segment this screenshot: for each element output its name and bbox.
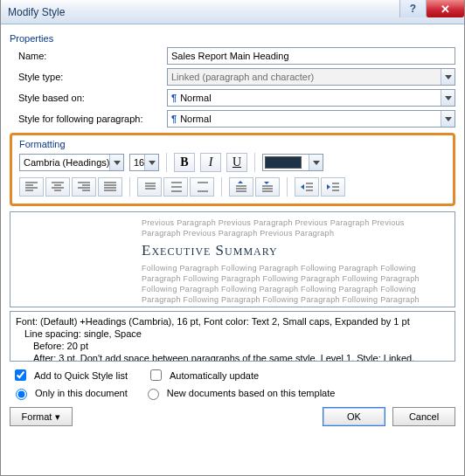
para-space-icon (260, 181, 274, 193)
help-icon: ? (410, 3, 416, 15)
align-center-icon (51, 182, 65, 192)
para-spacing-group (229, 177, 280, 197)
chevron-down-icon (149, 161, 156, 165)
only-this-document-label: Only in this document (35, 388, 128, 398)
line-spacing-icon (169, 182, 183, 192)
line-spacing-icon (142, 182, 156, 192)
align-justify-icon (103, 182, 117, 192)
following-value: ¶Normal (167, 110, 455, 128)
font-color-dropdown[interactable] (309, 155, 323, 170)
bottom-options: Add to Quick Style list Automatically up… (11, 367, 455, 400)
name-input[interactable] (167, 47, 455, 65)
align-center-button[interactable] (45, 177, 70, 197)
line-spacing-1-button[interactable] (137, 177, 162, 197)
color-swatch-icon (265, 156, 302, 169)
separator (254, 153, 255, 172)
add-quick-style-checkbox[interactable] (15, 369, 26, 381)
chevron-down-icon (445, 117, 452, 121)
format-menu-button[interactable]: Format▾ (10, 407, 73, 426)
ok-button[interactable]: OK (323, 407, 385, 426)
add-quick-style-label: Add to Quick Style list (34, 370, 128, 381)
align-left-button[interactable] (19, 177, 44, 197)
align-left-icon (24, 182, 38, 192)
pilcrow-icon: ¶ (171, 114, 177, 124)
titlebar: Modify Style ? ✕ (1, 0, 464, 24)
bold-button[interactable]: B (174, 153, 195, 172)
properties-heading: Properties (10, 33, 455, 44)
auto-update-checkbox[interactable] (150, 369, 162, 381)
underline-button[interactable]: U (226, 153, 247, 172)
only-this-document-radio[interactable] (16, 389, 27, 400)
separator (287, 177, 288, 197)
name-label: Name: (18, 51, 167, 61)
decrease-para-before-button[interactable] (255, 177, 280, 197)
decrease-indent-icon (300, 182, 314, 192)
chevron-down-icon: ▾ (55, 411, 60, 423)
preview-prev-para: Previous Paragraph Previous Paragraph Pr… (142, 217, 446, 238)
italic-button[interactable]: I (200, 153, 221, 172)
font-value: Cambria (Headings) (19, 154, 124, 171)
style-description[interactable]: Font: (Default) +Headings (Cambria), 16 … (10, 311, 455, 362)
increase-para-before-button[interactable] (229, 177, 253, 197)
formatting-toolbar-row1: Cambria (Headings) 16 B I U (19, 153, 446, 172)
close-icon: ✕ (441, 3, 450, 16)
following-dropdown[interactable] (441, 111, 455, 127)
desc-line: Line spacing: single, Space (16, 328, 449, 340)
titlebar-buttons: ? ✕ (399, 0, 464, 17)
based-on-dropdown[interactable] (441, 90, 455, 106)
size-combo[interactable]: 16 (129, 154, 159, 171)
new-docs-template-radio[interactable] (148, 389, 159, 400)
based-on-combo[interactable]: ¶Normal (167, 89, 455, 107)
dialog-content: Properties Name: Style type: Linked (par… (1, 24, 464, 431)
chevron-down-icon (445, 96, 452, 100)
pilcrow-icon: ¶ (171, 93, 177, 103)
style-type-combo: Linked (paragraph and character) (167, 68, 455, 86)
cancel-button[interactable]: Cancel (392, 407, 455, 426)
based-on-value: ¶Normal (167, 89, 455, 107)
align-right-button[interactable] (72, 177, 96, 197)
line-spacing-2-button[interactable] (190, 177, 214, 197)
chevron-down-icon (445, 75, 452, 79)
following-label: Style for following paragraph: (18, 114, 167, 124)
decrease-indent-button[interactable] (295, 177, 319, 197)
following-combo[interactable]: ¶Normal (167, 110, 455, 128)
svg-marker-28 (264, 182, 269, 184)
button-row: Format▾ OK Cancel (10, 407, 455, 426)
increase-indent-icon (326, 182, 340, 192)
separator (129, 177, 130, 197)
formatting-highlight: Formatting Cambria (Headings) 16 B I U (10, 133, 455, 206)
desc-line: Before: 20 pt (16, 340, 449, 352)
preview-next-para: Following Paragraph Following Paragraph … (142, 263, 446, 307)
style-type-label: Style type: (18, 72, 167, 82)
font-combo[interactable]: Cambria (Headings) (19, 154, 124, 171)
option-row: Only in this document New documents base… (11, 386, 455, 400)
style-type-dropdown (441, 69, 455, 85)
svg-marker-24 (238, 181, 243, 183)
separator (166, 153, 167, 172)
window-title: Modify Style (8, 6, 65, 18)
preview-sample-text: Executive Summary (142, 242, 446, 259)
size-dropdown[interactable] (144, 155, 158, 170)
line-spacing-15-button[interactable] (163, 177, 188, 197)
increase-indent-button[interactable] (321, 177, 345, 197)
align-justify-button[interactable] (98, 177, 122, 197)
font-dropdown[interactable] (109, 155, 123, 170)
chevron-down-icon (114, 161, 121, 165)
option-row: Add to Quick Style list Automatically up… (11, 367, 455, 383)
font-color-combo[interactable] (262, 154, 323, 171)
chevron-down-icon (313, 161, 320, 165)
preview-pane: Previous Paragraph Previous Paragraph Pr… (10, 211, 455, 307)
alignment-group (19, 177, 122, 197)
desc-line: Font: (Default) +Headings (Cambria), 16 … (16, 315, 449, 328)
separator (221, 177, 222, 197)
close-button[interactable]: ✕ (426, 0, 464, 17)
based-on-label: Style based on: (18, 93, 167, 103)
svg-marker-36 (327, 184, 330, 190)
auto-update-label: Automatically update (170, 370, 259, 381)
help-button[interactable]: ? (399, 0, 426, 17)
svg-marker-32 (301, 184, 304, 190)
new-docs-template-label: New documents based on this template (167, 388, 336, 398)
formatting-heading: Formatting (19, 139, 446, 149)
ok-cancel-group: OK Cancel (323, 407, 455, 426)
style-type-value: Linked (paragraph and character) (167, 68, 455, 86)
